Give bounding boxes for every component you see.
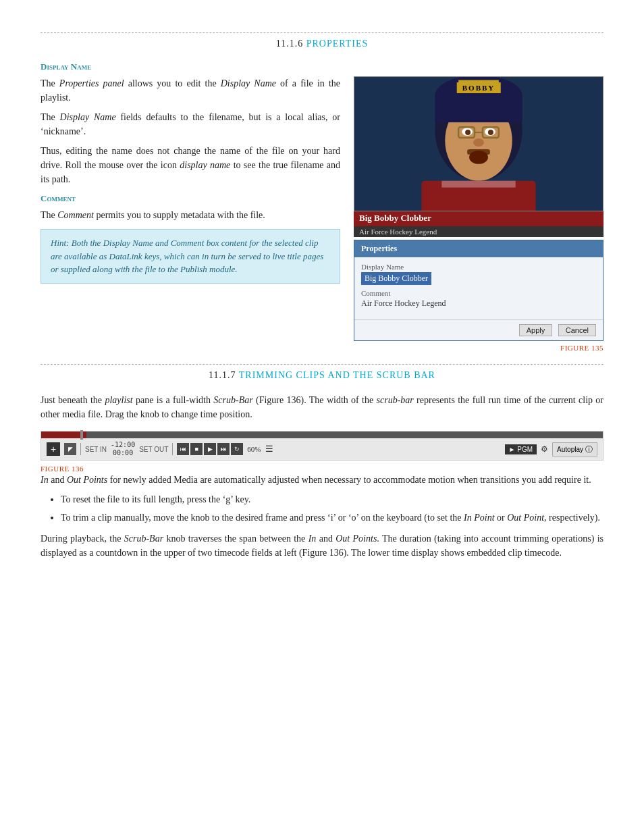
figure135-wrapper: BOBBY Big Bobby Clobber Air Force Hockey… xyxy=(354,76,603,352)
timecode-bottom: 00:00 xyxy=(113,449,133,457)
set-out-label[interactable]: SET OUT xyxy=(139,446,168,453)
timecode-top: -12:00 xyxy=(111,441,135,449)
bullet-2: To trim a clip manually, move the knob t… xyxy=(61,511,603,525)
set-in-label[interactable]: SET IN xyxy=(85,446,107,453)
video-preview: BOBBY xyxy=(354,76,603,211)
display-name-para1: The Properties panel allows you to edit … xyxy=(41,76,340,105)
prop-display-name-label: Display Name xyxy=(361,263,596,271)
section-title-text: PROPERTIES xyxy=(306,38,369,49)
trimming-bullets: To reset the file to its full length, pr… xyxy=(61,492,603,525)
video-subtitle: Air Force Hockey Legend xyxy=(354,226,603,237)
section117-title-text: TRIMMING CLIPS AND THE SCRUB BAR xyxy=(239,370,435,380)
trimming-intro: Just beneath the playlist pane is a full… xyxy=(41,393,603,421)
clip-title: Big Bobby Clobber xyxy=(359,213,431,223)
section-title-116: 11.1.6 PROPERTIES xyxy=(41,38,603,49)
clip-subtitle: Air Force Hockey Legend xyxy=(359,228,437,236)
display-name-para3: Thus, editing the name does not change t… xyxy=(41,144,340,186)
properties-panel: Properties Display Name Big Bobby Clobbe… xyxy=(354,240,603,341)
autoplay-label: Autoplay xyxy=(557,446,583,453)
svg-point-5 xyxy=(465,130,471,135)
stop-button[interactable]: ■ xyxy=(190,443,203,455)
figure136-caption: FIGURE 136 xyxy=(41,465,603,473)
skip-to-start-button[interactable]: ⏮ xyxy=(177,443,189,455)
list-icon[interactable]: ☰ xyxy=(265,444,273,454)
gear-icon[interactable]: ⚙ xyxy=(541,444,548,454)
section-number: 11.1.6 xyxy=(276,38,303,49)
properties-panel-body: Display Name Big Bobby Clobber Comment A… xyxy=(354,257,603,319)
svg-rect-15 xyxy=(458,80,499,93)
play-button[interactable]: ▶ xyxy=(204,443,216,455)
autoplay-info-icon: ⓘ xyxy=(585,444,593,454)
video-player-image: BOBBY xyxy=(354,77,603,211)
playback-controls: ⏮ ■ ▶ ⏭ ↻ xyxy=(177,443,243,455)
cancel-button[interactable]: Cancel xyxy=(558,324,596,336)
trimming-body1: In and Out Points for newly added Media … xyxy=(41,473,603,487)
svg-point-6 xyxy=(488,130,493,135)
pgm-button[interactable]: ► PGM xyxy=(505,444,537,454)
section-divider-top xyxy=(41,32,603,33)
hint-text: Hint: Both the Display Name and Comment … xyxy=(51,238,323,274)
display-name-para2: The Display Name fields defaults to the … xyxy=(41,110,340,138)
add-button[interactable]: + xyxy=(47,442,60,456)
figure135-column: BOBBY Big Bobby Clobber Air Force Hockey… xyxy=(354,76,603,352)
figure136: + ◤ SET IN -12:00 00:00 SET OUT ⏮ ■ xyxy=(41,431,603,461)
cursor-button[interactable]: ◤ xyxy=(64,443,76,455)
section-divider-mid xyxy=(41,364,603,365)
svg-rect-14 xyxy=(435,95,522,122)
properties-layout: The Properties panel allows you to edit … xyxy=(41,76,603,352)
prop-display-name-value: Big Bobby Clobber xyxy=(361,272,431,285)
percent-label: 60% xyxy=(247,445,261,453)
hint-box: Hint: Both the Display Name and Comment … xyxy=(41,229,340,284)
video-title-bar: Big Bobby Clobber xyxy=(354,210,603,226)
section117-number: 11.1.7 xyxy=(209,370,236,380)
prop-comment-value: Air Force Hockey Legend xyxy=(361,298,596,309)
autoplay-button[interactable]: Autoplay ⓘ xyxy=(552,442,597,457)
apply-button[interactable]: Apply xyxy=(519,324,553,336)
svg-point-9 xyxy=(469,151,488,164)
separator2 xyxy=(172,443,173,455)
loop-button[interactable]: ↻ xyxy=(231,443,243,455)
properties-panel-footer: Apply Cancel xyxy=(354,319,603,340)
scrub-knob[interactable] xyxy=(80,430,83,440)
timecode-display: -12:00 00:00 xyxy=(111,441,135,457)
comment-para1: The Comment permits you to supply metada… xyxy=(41,208,340,222)
figure135-caption: FIGURE 135 xyxy=(354,344,603,352)
trimming-body2: During playback, the Scrub-Bar knob trav… xyxy=(41,531,603,560)
section-title-117: 11.1.7 TRIMMING CLIPS AND THE SCRUB BAR xyxy=(41,370,603,381)
page-wrapper: { "section116": { "number": "11.1.6", "t… xyxy=(41,32,603,834)
comment-label: Comment xyxy=(41,193,340,204)
separator1 xyxy=(80,443,81,455)
properties-text-column: The Properties panel allows you to edit … xyxy=(41,76,340,352)
scrub-bar-track xyxy=(41,432,603,438)
scrub-bar-controls: + ◤ SET IN -12:00 00:00 SET OUT ⏮ ■ xyxy=(41,438,603,460)
svg-point-7 xyxy=(473,138,484,147)
svg-text:BOBBY: BOBBY xyxy=(465,82,492,90)
skip-to-end-button[interactable]: ⏭ xyxy=(217,443,230,455)
svg-rect-18 xyxy=(441,181,515,188)
properties-panel-title: Properties xyxy=(354,240,603,257)
pgm-label: ► PGM xyxy=(509,446,533,453)
prop-comment-label: Comment xyxy=(361,289,596,297)
bullet-1: To reset the file to its full length, pr… xyxy=(61,492,603,506)
display-name-label: Display Name xyxy=(41,61,603,72)
trimming-section: Just beneath the playlist pane is a full… xyxy=(41,393,603,560)
